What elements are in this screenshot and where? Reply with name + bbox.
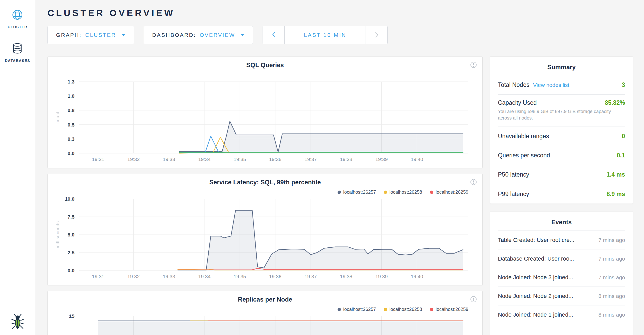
summary-row: P50 latency1.4 ms (498, 165, 625, 184)
summary-row-label: Unavailable ranges (498, 133, 549, 140)
legend-dot-icon (384, 308, 387, 311)
time-range-next-button[interactable] (366, 26, 387, 44)
svg-text:1.3: 1.3 (68, 79, 74, 85)
svg-text:19:39: 19:39 (375, 157, 388, 162)
summary-panel: Summary Total Nodes View nodes list 3 Ca… (490, 57, 633, 204)
svg-text:19:31: 19:31 (92, 157, 104, 162)
svg-text:10.0: 10.0 (65, 196, 74, 202)
svg-text:19:36: 19:36 (269, 157, 282, 162)
sidebar-item-databases[interactable]: DATABASES (5, 43, 30, 63)
event-text: Node Joined: Node 1 joined... (498, 311, 573, 318)
event-row: Table Created: User root cre...7 mins ag… (498, 231, 625, 249)
events-list: Table Created: User root cre...7 mins ag… (498, 231, 625, 324)
legend-dot-icon (430, 308, 433, 311)
summary-row-value: 0.1 (617, 152, 625, 159)
app-root: CLUSTER DATABASES (0, 0, 644, 335)
graph-dropdown-value: CLUSTER (85, 32, 116, 38)
total-nodes-label: Total Nodes (498, 81, 529, 88)
chart-legend: localhost:26257localhost:26258localhost:… (54, 189, 476, 195)
chevron-down-icon (121, 34, 126, 36)
svg-text:milliseconds: milliseconds (55, 221, 60, 248)
chart-card-sql-queries: SQL Queries 19:3119:3219:3319:3419:3519:… (47, 57, 483, 168)
legend-item[interactable]: localhost:26257 (338, 190, 376, 195)
time-range-value[interactable]: LAST 10 MIN (285, 26, 366, 44)
svg-text:19:33: 19:33 (163, 157, 175, 162)
svg-text:7.5: 7.5 (68, 214, 75, 220)
capacity-label: Capacity Used (498, 99, 537, 106)
chart-title: Service Latency: SQL, 99th percentile (54, 179, 476, 186)
svg-text:count: count (55, 111, 60, 124)
info-icon[interactable] (470, 61, 477, 69)
legend-item[interactable]: localhost:26258 (384, 307, 422, 312)
svg-text:0.0: 0.0 (68, 151, 74, 156)
legend-item[interactable]: localhost:26259 (430, 307, 468, 312)
page-title: CLUSTER OVERVIEW (47, 8, 633, 18)
summary-row: Queries per second0.1 (498, 146, 625, 165)
event-text: Database Created: User roo... (498, 255, 574, 262)
sidebar: CLUSTER DATABASES (0, 0, 35, 335)
legend-label: localhost:26257 (343, 190, 376, 195)
legend-dot-icon (338, 191, 341, 194)
svg-text:19:37: 19:37 (305, 157, 317, 162)
legend-dot-icon (384, 191, 387, 194)
legend-item[interactable]: localhost:26257 (338, 307, 376, 312)
event-text: Table Created: User root cre... (498, 237, 574, 243)
cockroach-logo-icon (10, 313, 25, 331)
event-text: Node Joined: Node 3 joined... (498, 274, 573, 281)
summary-row-label: P50 latency (498, 171, 529, 178)
summary-row-label: Queries per second (498, 152, 550, 159)
event-row: Database Created: User roo...7 mins ago (498, 249, 625, 268)
graph-dropdown[interactable]: GRAPH: CLUSTER (47, 26, 134, 44)
summary-row-label: P99 latency (498, 191, 529, 198)
svg-text:1.0: 1.0 (68, 93, 74, 99)
chart-legend (54, 72, 476, 78)
svg-text:19:32: 19:32 (127, 157, 140, 162)
summary-row-value: 0 (622, 133, 625, 140)
sidebar-item-cluster[interactable]: CLUSTER (8, 9, 28, 29)
svg-text:19:31: 19:31 (92, 274, 104, 279)
legend-item[interactable]: localhost:26259 (430, 190, 468, 195)
sidebar-item-label: DATABASES (5, 59, 30, 63)
events-title: Events (498, 212, 625, 231)
event-time: 8 mins ago (598, 293, 625, 299)
svg-text:19:35: 19:35 (234, 274, 246, 279)
dashboard-dropdown[interactable]: DASHBOARD: OVERVIEW (144, 26, 253, 44)
event-row: Node Joined: Node 1 joined...8 mins ago (498, 305, 625, 324)
chart-plot-replicas-per-node: 19:3119:3219:3319:3419:3519:3619:3719:38… (54, 312, 476, 335)
dashboard-dropdown-label: DASHBOARD: (152, 32, 196, 38)
svg-text:19:40: 19:40 (411, 157, 423, 162)
svg-text:0.0: 0.0 (68, 268, 74, 273)
svg-text:19:33: 19:33 (163, 274, 175, 279)
svg-text:19:40: 19:40 (411, 274, 423, 279)
svg-text:2.5: 2.5 (68, 250, 75, 255)
event-time: 7 mins ago (598, 274, 625, 281)
time-range-prev-button[interactable] (263, 26, 285, 44)
svg-text:19:38: 19:38 (340, 274, 352, 279)
legend-label: localhost:26259 (436, 190, 468, 195)
info-icon[interactable] (470, 296, 477, 303)
summary-row-value: 8.9 ms (606, 191, 625, 198)
sidebar-item-label: CLUSTER (8, 25, 28, 29)
summary-row-value: 1.4 ms (606, 171, 625, 178)
event-time: 8 mins ago (598, 312, 625, 318)
event-row: Node Joined: Node 3 joined...7 mins ago (498, 268, 625, 287)
legend-dot-icon (338, 308, 341, 311)
dashboard-dropdown-value: OVERVIEW (200, 32, 235, 38)
chart-plot-service-latency: 19:3119:3219:3319:3419:3519:3619:3719:38… (54, 195, 476, 281)
content-row: SQL Queries 19:3119:3219:3319:3419:3519:… (47, 57, 633, 335)
chevron-right-icon (375, 31, 379, 39)
svg-text:5.0: 5.0 (68, 232, 74, 238)
legend-item[interactable]: localhost:26258 (384, 190, 422, 195)
info-icon[interactable] (470, 179, 477, 186)
svg-text:19:35: 19:35 (234, 157, 246, 162)
chart-card-service-latency: Service Latency: SQL, 99th percentile lo… (47, 174, 483, 285)
view-nodes-list-link[interactable]: View nodes list (533, 82, 569, 88)
summary-row-capacity: Capacity Used 85.82% You are using 598.9… (498, 95, 625, 127)
event-time: 7 mins ago (598, 237, 625, 243)
svg-text:0.5: 0.5 (68, 122, 75, 128)
capacity-detail: You are using 598.9 GiB of 697.9 GiB sto… (498, 108, 612, 121)
svg-text:19:39: 19:39 (375, 274, 388, 279)
chart-plot-sql-queries: 19:3119:3219:3319:3419:3519:3619:3719:38… (54, 78, 476, 164)
legend-dot-icon (430, 191, 433, 194)
svg-text:19:38: 19:38 (340, 157, 352, 162)
